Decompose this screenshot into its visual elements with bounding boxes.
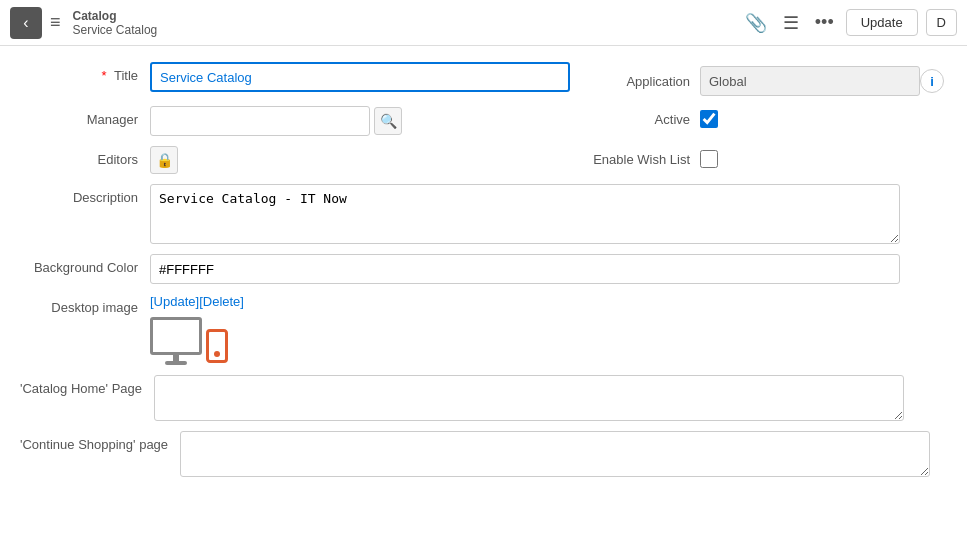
desktop-image-row: Desktop image [Update] [Delete] bbox=[20, 294, 947, 365]
sliders-button[interactable]: ☰ bbox=[779, 8, 803, 38]
title-label: * Title bbox=[20, 62, 150, 83]
manager-label: Manager bbox=[20, 106, 150, 127]
update-link[interactable]: [Update] bbox=[150, 294, 199, 309]
desktop-image-label: Desktop image bbox=[20, 294, 150, 315]
paperclip-button[interactable]: 📎 bbox=[741, 8, 771, 38]
lock-icon: 🔒 bbox=[156, 152, 173, 168]
wish-list-col-right: Enable Wish List bbox=[570, 146, 947, 168]
editors-col-left: Editors 🔒 bbox=[20, 146, 570, 174]
header-subtitle: Service Catalog bbox=[73, 23, 733, 37]
description-textarea[interactable]: Service Catalog - IT Now bbox=[150, 184, 900, 244]
editors-label: Editors bbox=[20, 146, 150, 167]
header-title-block: Catalog Service Catalog bbox=[73, 9, 733, 37]
title-input[interactable] bbox=[150, 62, 570, 92]
more-button[interactable]: ••• bbox=[811, 8, 838, 37]
continue-shopping-textarea[interactable] bbox=[180, 431, 930, 477]
desktop-image-links: [Update] [Delete] bbox=[150, 294, 244, 309]
manager-search-button[interactable]: 🔍 bbox=[374, 107, 402, 135]
active-col-right: Active bbox=[570, 106, 947, 128]
bg-color-row: Background Color bbox=[20, 254, 947, 284]
application-input[interactable] bbox=[700, 66, 920, 96]
bg-color-input[interactable] bbox=[150, 254, 900, 284]
enable-wish-list-label: Enable Wish List bbox=[590, 152, 700, 167]
phone-icon bbox=[206, 329, 228, 363]
continue-shopping-label: 'Continue Shopping' page bbox=[20, 431, 180, 452]
active-checkbox[interactable] bbox=[700, 110, 718, 128]
description-label: Description bbox=[20, 184, 150, 205]
description-row: Description Service Catalog - IT Now bbox=[20, 184, 947, 244]
required-star: * bbox=[101, 68, 106, 83]
delete-link[interactable]: [Delete] bbox=[199, 294, 244, 309]
title-row: * Title Application i bbox=[20, 62, 947, 96]
search-icon: 🔍 bbox=[380, 113, 397, 129]
phone-home-button bbox=[214, 351, 220, 357]
monitor-screen bbox=[150, 317, 202, 355]
manager-field: 🔍 bbox=[150, 106, 570, 136]
catalog-label: Catalog bbox=[73, 9, 733, 23]
application-col-right: Application i bbox=[570, 62, 947, 96]
enable-wish-list-checkbox[interactable] bbox=[700, 150, 718, 168]
continue-shopping-row: 'Continue Shopping' page bbox=[20, 431, 947, 477]
title-col-left: * Title bbox=[20, 62, 570, 92]
monitor-base bbox=[165, 361, 187, 365]
catalog-home-textarea[interactable] bbox=[154, 375, 904, 421]
desktop-image-field: [Update] [Delete] bbox=[150, 294, 244, 365]
application-label: Application bbox=[590, 74, 700, 89]
editors-row: Editors 🔒 Enable Wish List bbox=[20, 146, 947, 174]
d-button[interactable]: D bbox=[926, 9, 957, 36]
info-button[interactable]: i bbox=[920, 69, 944, 93]
bg-color-label: Background Color bbox=[20, 254, 150, 275]
app-header: ‹ ≡ Catalog Service Catalog 📎 ☰ ••• Upda… bbox=[0, 0, 967, 46]
desktop-icon-wrap bbox=[150, 317, 244, 365]
back-icon: ‹ bbox=[23, 14, 28, 32]
catalog-home-row: 'Catalog Home' Page bbox=[20, 375, 947, 421]
active-label: Active bbox=[590, 112, 700, 127]
manager-input[interactable] bbox=[150, 106, 370, 136]
manager-field-wrap: 🔍 bbox=[150, 106, 570, 136]
manager-col-left: Manager 🔍 bbox=[20, 106, 570, 136]
catalog-home-label: 'Catalog Home' Page bbox=[20, 375, 154, 396]
update-button[interactable]: Update bbox=[846, 9, 918, 36]
header-actions: 📎 ☰ ••• Update D bbox=[741, 8, 957, 38]
back-button[interactable]: ‹ bbox=[10, 7, 42, 39]
menu-icon[interactable]: ≡ bbox=[50, 12, 61, 33]
form-area: * Title Application i Manager 🔍 bbox=[0, 46, 967, 550]
title-field bbox=[150, 62, 570, 92]
editors-lock-button[interactable]: 🔒 bbox=[150, 146, 178, 174]
manager-row: Manager 🔍 Active bbox=[20, 106, 947, 136]
editors-field: 🔒 bbox=[150, 146, 570, 174]
monitor-icon bbox=[150, 317, 202, 365]
